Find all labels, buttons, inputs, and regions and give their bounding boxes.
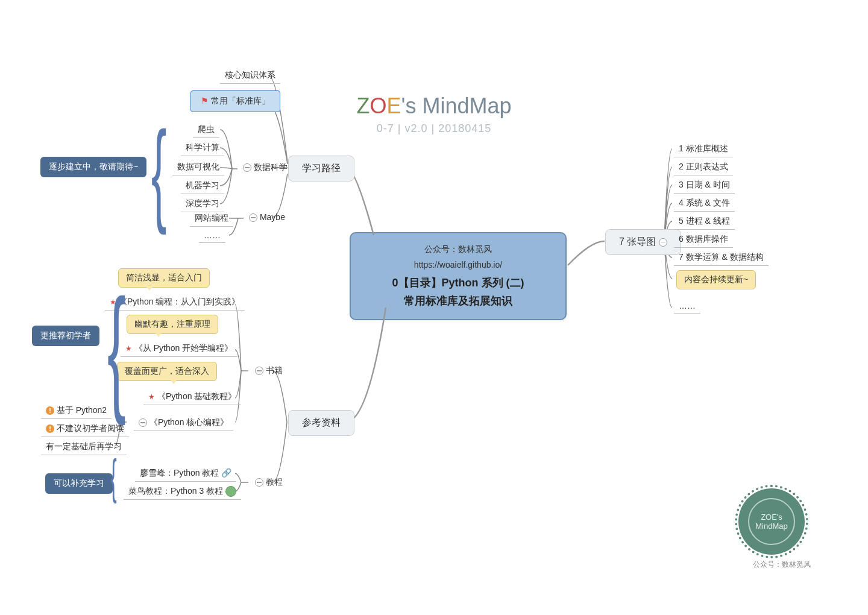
leaf-book-2: ★ 《从 Python 开始学编程》 — [121, 341, 237, 357]
seal-line1: ZOE's — [761, 512, 782, 522]
central-url: https://woaielf.github.io/ — [363, 260, 553, 270]
leaf-map-6: 6 数据库操作 — [674, 232, 733, 248]
leaf-book-3: ★ 《Python 基础教程》 — [143, 389, 241, 405]
leaf-maybe: Maybe — [244, 210, 290, 224]
brace-icon: { — [151, 106, 166, 237]
leaf-tutorial-2: 菜鸟教程：Python 3 教程 — [124, 484, 241, 500]
badge-wip: 逐步建立中，敬请期待~ — [40, 157, 146, 177]
leaf-map-5: 5 进程 & 线程 — [674, 213, 735, 230]
leaf-ds-dl: 深度学习 — [181, 196, 224, 212]
header-subtitle: 0-7 | v2.0 | 20180415 — [0, 122, 868, 135]
site-icon — [225, 486, 236, 497]
leaf-ds-scicalc: 科学计算 — [181, 140, 224, 156]
brace-icon: { — [110, 449, 117, 505]
note-book-2: 幽默有趣，注重原理 — [127, 315, 218, 334]
badge-supplement: 可以补充学习 — [45, 473, 113, 494]
minus-icon[interactable] — [249, 213, 257, 222]
leaf-data-science: 数据科学 — [238, 160, 292, 175]
header-title: ZOE's MindMap — [0, 93, 868, 119]
leaf-maybe-more: …… — [199, 228, 225, 243]
minus-icon[interactable] — [139, 418, 147, 427]
leaf-map-7: 7 数学运算 & 数据结构 — [674, 250, 769, 266]
header: ZOE's MindMap 0-7 | v2.0 | 20180415 — [0, 93, 868, 135]
brace-icon: { — [107, 268, 126, 428]
flag-icon: ⚑ — [201, 96, 209, 106]
note-book-3: 覆盖面更广，适合深入 — [117, 362, 217, 381]
star-icon: ★ — [148, 393, 155, 401]
badge-beginner: 更推荐初学者 — [32, 326, 99, 346]
minus-icon[interactable] — [255, 478, 263, 487]
logo-o: O — [370, 93, 387, 118]
central-account: 公众号：数林觅风 — [363, 244, 553, 255]
central-title-1: 0【目录】Python 系列 (二) — [363, 276, 553, 290]
leaf-tutorial-1: 廖雪峰：Python 教程 🔗 — [135, 465, 236, 482]
seal-line2: MindMap — [755, 522, 787, 531]
leaf-core-knowledge: 核心知识体系 — [220, 68, 280, 84]
leaf-book-1: ★ 《Python 编程：从入门到实践》 — [105, 294, 245, 311]
central-node: 公众号：数林觅风 https://woaielf.github.io/ 0【目录… — [350, 232, 567, 320]
branch-learning-path: 学习路径 — [288, 156, 354, 181]
minus-icon[interactable] — [255, 367, 263, 375]
minus-icon[interactable] — [243, 163, 251, 172]
link-icon: 🔗 — [221, 468, 231, 478]
leaf-core-note-1: ! 基于 Python2 — [41, 403, 112, 419]
leaf-ds-ml: 机器学习 — [181, 178, 224, 194]
leaf-tutorials: 教程 — [250, 475, 288, 490]
logo-z: Z — [357, 93, 370, 118]
logo-seal: ZOE's MindMap — [738, 488, 805, 555]
leaf-maybe-web: 网站编程 — [190, 210, 233, 227]
leaf-std-lib: ⚑ 常用「标准库」 — [190, 90, 280, 112]
leaf-map-more: …… — [674, 298, 700, 314]
branch-maps: 7 张导图 — [605, 229, 681, 255]
warn-icon: ! — [46, 406, 54, 415]
leaf-ds-crawler: 爬虫 — [193, 122, 219, 138]
logo-e: E — [387, 93, 401, 118]
leaf-core-prog: 《Python 核心编程》 — [134, 415, 233, 431]
leaf-map-2: 2 正则表达式 — [674, 159, 733, 175]
leaf-ds-viz: 数据可视化 — [172, 159, 224, 175]
warn-icon: ! — [46, 424, 54, 433]
leaf-map-4: 4 系统 & 文件 — [674, 195, 735, 212]
minus-icon[interactable] — [659, 238, 667, 247]
note-maps-update: 内容会持续更新~ — [676, 270, 756, 289]
leaf-map-1: 1 标准库概述 — [674, 141, 733, 157]
logo-rest: 's MindMap — [401, 93, 512, 118]
note-book-1: 简洁浅显，适合入门 — [118, 268, 210, 288]
star-icon: ★ — [125, 344, 132, 353]
seal-caption: 公众号：数林觅风 — [753, 560, 811, 570]
branch-references: 参考资料 — [288, 410, 354, 436]
leaf-map-3: 3 日期 & 时间 — [674, 177, 735, 194]
central-title-2: 常用标准库及拓展知识 — [363, 294, 553, 308]
leaf-books: 书籍 — [250, 363, 288, 379]
